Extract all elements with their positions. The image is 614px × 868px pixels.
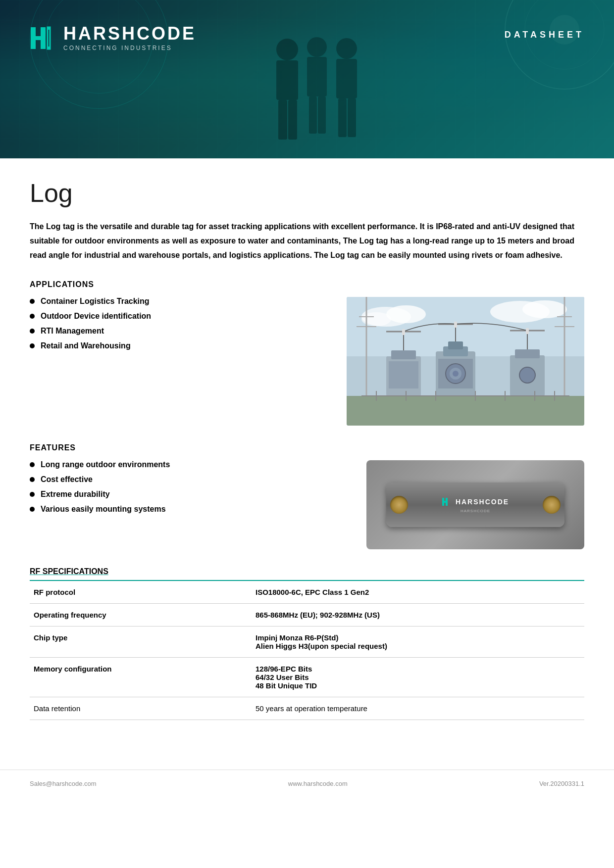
spec-value: Impinj Monza R6-P(Std) Alien Higgs H3(up…	[252, 627, 584, 658]
list-item: Outdoor Device identification	[30, 312, 327, 321]
product-description: The Log tag is the versatile and durable…	[30, 220, 574, 262]
footer-version: Ver.20200331.1	[539, 780, 584, 787]
applications-section: APPLICATIONS Container Logistics Trackin…	[30, 280, 584, 426]
page-footer: Sales@harshcode.com www.harshcode.com Ve…	[0, 770, 614, 797]
list-item: RTI Management	[30, 327, 327, 336]
features-list: Long range outdoor environments Cost eff…	[30, 460, 347, 520]
rfid-tag-body: HARSHCODE HARSHCODE	[386, 482, 564, 527]
svg-rect-43	[515, 349, 540, 358]
spec-label: RF protocol	[30, 581, 252, 604]
svg-point-0	[505, 0, 614, 89]
spec-value: 50 years at operation temperature	[252, 697, 584, 720]
svg-point-37	[453, 371, 459, 377]
svg-rect-70	[446, 498, 448, 506]
spec-label: Memory configuration	[30, 658, 252, 697]
tag-center-content: HARSHCODE HARSHCODE	[442, 497, 509, 513]
rf-specs-title: RF SPECIFICATIONS	[30, 567, 584, 581]
footer-website: www.harshcode.com	[288, 780, 348, 787]
svg-rect-12	[318, 96, 326, 134]
header-background-decoration	[376, 0, 614, 158]
table-row: Memory configuration 128/96-EPC Bits 64/…	[30, 658, 584, 697]
svg-rect-10	[307, 57, 327, 96]
company-logo: HARSHCODE CONNECTING INDUSTRIES	[30, 25, 196, 51]
rf-specifications-section: RF SPECIFICATIONS RF protocol ISO18000-6…	[30, 567, 584, 720]
svg-point-29	[522, 300, 567, 318]
spec-value: ISO18000-6C, EPC Class 1 Gen2	[252, 581, 584, 604]
features-layout: Long range outdoor environments Cost eff…	[30, 460, 584, 549]
svg-rect-30	[347, 396, 584, 426]
svg-rect-22	[48, 27, 50, 49]
svg-rect-16	[348, 98, 356, 137]
svg-point-44	[519, 367, 535, 383]
bullet-dot	[30, 329, 35, 334]
svg-point-13	[336, 38, 357, 59]
list-item: Container Logistics Tracking	[30, 297, 327, 306]
applications-list: Container Logistics Tracking Outdoor Dev…	[30, 297, 327, 356]
list-item: Retail and Warehousing	[30, 341, 327, 350]
svg-rect-6	[276, 60, 298, 100]
tag-brand-text: HARSHCODE	[456, 498, 509, 506]
list-item: Long range outdoor environments	[30, 460, 347, 469]
svg-rect-15	[338, 98, 347, 137]
list-item: Various easily mounting systems	[30, 505, 347, 514]
svg-rect-41	[389, 361, 418, 388]
tag-mount-right	[543, 496, 561, 514]
tag-sub-text: HARSHCODE	[460, 509, 490, 513]
svg-rect-53	[526, 328, 529, 334]
specs-table: RF protocol ISO18000-6C, EPC Class 1 Gen…	[30, 581, 584, 720]
svg-rect-19	[41, 27, 46, 49]
tag-logo: HARSHCODE	[442, 497, 509, 507]
footer-email: Sales@harshcode.com	[30, 780, 97, 787]
features-section: FEATURES Long range outdoor environments…	[30, 443, 584, 549]
main-content: Log The Log tag is the versatile and dur…	[0, 158, 614, 750]
applications-title: APPLICATIONS	[30, 280, 584, 289]
header-people-decoration	[208, 30, 406, 158]
logo-text-block: HARSHCODE CONNECTING INDUSTRIES	[63, 25, 196, 51]
bullet-dot	[30, 314, 35, 319]
list-item: Cost effective	[30, 475, 347, 484]
company-name: HARSHCODE	[63, 25, 196, 43]
page-header: HARSHCODE CONNECTING INDUSTRIES DATASHEE…	[0, 0, 614, 158]
spec-label: Operating frequency	[30, 604, 252, 627]
spec-label: Chip type	[30, 627, 252, 658]
bullet-dot	[30, 477, 35, 482]
table-row: RF protocol ISO18000-6C, EPC Class 1 Gen…	[30, 581, 584, 604]
spec-value: 128/96-EPC Bits 64/32 User Bits 48 Bit U…	[252, 658, 584, 697]
table-row: Operating frequency 865-868MHz (EU); 902…	[30, 604, 584, 627]
bullet-dot	[30, 507, 35, 512]
applications-layout: Container Logistics Tracking Outdoor Dev…	[30, 297, 584, 426]
bullet-dot	[30, 492, 35, 497]
applications-image	[347, 297, 584, 426]
svg-rect-7	[278, 100, 287, 140]
product-title: Log	[30, 178, 584, 208]
svg-point-9	[307, 37, 327, 57]
list-item: Extreme durability	[30, 490, 347, 499]
bullet-dot	[30, 462, 35, 467]
spec-label: Data retention	[30, 697, 252, 720]
spec-value: 865-868MHz (EU); 902-928MHz (US)	[252, 604, 584, 627]
logo-icon	[30, 25, 55, 51]
company-tagline: CONNECTING INDUSTRIES	[63, 45, 196, 51]
svg-rect-39	[391, 350, 416, 359]
svg-rect-8	[288, 100, 297, 140]
svg-point-5	[276, 39, 298, 60]
svg-rect-11	[309, 96, 317, 134]
bullet-dot	[30, 343, 35, 348]
bullet-dot	[30, 299, 35, 304]
svg-rect-14	[336, 59, 357, 98]
svg-rect-51	[402, 329, 405, 335]
svg-rect-33	[448, 341, 463, 349]
svg-rect-52	[454, 322, 457, 328]
table-row: Data retention 50 years at operation tem…	[30, 697, 584, 720]
feature-tag-image: HARSHCODE HARSHCODE	[366, 460, 584, 549]
svg-point-26	[386, 305, 426, 323]
features-title: FEATURES	[30, 443, 584, 452]
tag-mount-left	[390, 496, 408, 514]
table-row: Chip type Impinj Monza R6-P(Std) Alien H…	[30, 627, 584, 658]
datasheet-label: DATASHEET	[505, 30, 584, 40]
